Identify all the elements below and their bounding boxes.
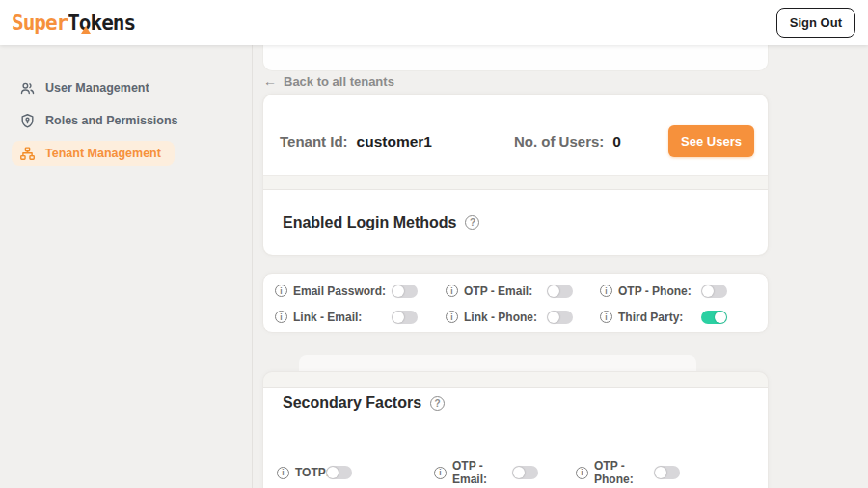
sidebar-item-label: User Management <box>45 81 149 95</box>
enabled-login-methods-title: Enabled Login Methods <box>283 214 456 231</box>
link-phone-toggle[interactable] <box>547 311 573 324</box>
question-circle-icon[interactable] <box>430 396 445 411</box>
tenant-detail-card: Tenant Id: customer1 No. of Users: 0 See… <box>262 94 769 256</box>
toggle-knob <box>655 467 666 478</box>
toggle-label: Third Party: <box>618 311 701 324</box>
toggle-label: Email Password: <box>293 285 392 298</box>
users-icon <box>19 80 36 96</box>
otp-email-toggle[interactable] <box>547 285 573 298</box>
sign-out-button[interactable]: Sign Out <box>776 8 855 38</box>
sidebar-item-label: Tenant Management <box>45 147 161 160</box>
email-password-toggle[interactable] <box>392 285 418 298</box>
third-party-toggle[interactable] <box>701 311 727 324</box>
sidebar-item-tenant-management[interactable]: Tenant Management <box>12 141 175 166</box>
supertokens-dashboard: SuperTokens Sign Out User Management Rol… <box>0 0 868 488</box>
sidebar-item-roles-permissions[interactable]: Roles and Permissions <box>12 108 192 133</box>
back-to-all-tenants-link[interactable]: Back to all tenants <box>263 73 394 89</box>
tenant-id-value: customer1 <box>357 133 432 150</box>
toggle-item-link-phone: Link - Phone: <box>446 311 600 324</box>
toggle-knob <box>715 312 726 323</box>
see-users-button[interactable]: See Users <box>668 125 754 157</box>
toggle-item-link-email: Link - Email: <box>275 311 446 324</box>
secondary-factors-card: Secondary Factors TOTP: OTP - Email: <box>262 371 769 488</box>
toggle-knob <box>513 467 525 478</box>
secondary-factors-header: Secondary Factors <box>263 388 768 412</box>
toggle-item-third-party: Third Party: <box>600 311 768 324</box>
back-link-label: Back to all tenants <box>284 74 394 89</box>
toggle-knob <box>702 285 714 297</box>
toggle-item-otp-phone-secondary: OTP - Phone: <box>576 459 680 486</box>
logo-tokens-text: Tokens <box>68 12 135 35</box>
info-circle-icon[interactable] <box>600 311 612 323</box>
info-circle-icon[interactable] <box>600 285 612 297</box>
shield-key-icon <box>19 113 36 129</box>
toggle-label: OTP - Email: <box>452 459 512 486</box>
main-content: Back to all tenants Tenant Id: customer1… <box>262 45 769 488</box>
info-circle-icon[interactable] <box>446 311 458 323</box>
sidebar: User Management Roles and Permissions Te… <box>0 45 253 488</box>
logo-super-text: Super <box>12 12 68 35</box>
toggle-label: Link - Phone: <box>464 311 547 324</box>
link-email-toggle[interactable] <box>392 311 418 324</box>
info-circle-icon[interactable] <box>434 467 447 479</box>
toggle-knob <box>548 312 559 323</box>
back-arrow-icon <box>263 73 277 89</box>
toggle-item-otp-email-secondary: OTP - Email: <box>434 459 576 486</box>
toggle-label: OTP - Phone: <box>594 459 654 486</box>
question-circle-icon[interactable] <box>465 215 479 230</box>
totp-toggle[interactable] <box>326 466 352 479</box>
toggle-item-email-password: Email Password: <box>275 285 446 298</box>
otp-email-secondary-toggle[interactable] <box>512 466 538 479</box>
sitemap-icon <box>19 146 36 162</box>
toggle-label: OTP - Phone: <box>618 285 701 298</box>
scrolled-card-edge <box>299 355 696 372</box>
toggle-item-totp: TOTP: <box>277 466 434 479</box>
toggle-knob <box>327 467 339 478</box>
secondary-factors-title: Secondary Factors <box>283 394 421 412</box>
info-circle-icon[interactable] <box>576 467 588 479</box>
toggle-knob <box>393 312 404 323</box>
sidebar-item-label: Roles and Permissions <box>45 114 178 127</box>
tenant-info-row: Tenant Id: customer1 No. of Users: 0 See… <box>263 95 768 176</box>
info-circle-icon[interactable] <box>446 285 458 297</box>
toggle-knob <box>393 285 404 297</box>
tenant-id-label: Tenant Id: <box>280 133 348 149</box>
toggle-label: OTP - Email: <box>464 285 547 298</box>
user-count-value: 0 <box>612 133 621 150</box>
toggle-item-otp-email: OTP - Email: <box>446 285 600 298</box>
login-methods-toggle-card: Email Password: OTP - Email: OTP - Phone… <box>262 273 769 333</box>
top-header: SuperTokens Sign Out <box>0 0 868 45</box>
user-count-field: No. of Users: 0 <box>514 133 621 150</box>
tenant-id-field: Tenant Id: customer1 <box>280 133 432 150</box>
supertokens-logo: SuperTokens <box>12 12 135 35</box>
secondary-factors-toggle-row: TOTP: OTP - Email: OTP - Phone: <box>277 459 680 486</box>
toggle-knob <box>548 285 559 297</box>
toggle-label: Link - Email: <box>293 311 392 324</box>
enabled-login-methods-header: Enabled Login Methods <box>263 189 768 255</box>
scrolled-card-edge <box>262 45 769 71</box>
otp-phone-toggle[interactable] <box>701 285 727 298</box>
toggle-label: TOTP: <box>295 466 326 479</box>
info-circle-icon[interactable] <box>275 311 287 323</box>
info-circle-icon[interactable] <box>275 285 287 297</box>
user-count-label: No. of Users: <box>514 133 604 149</box>
otp-phone-secondary-toggle[interactable] <box>654 466 680 479</box>
toggle-item-otp-phone: OTP - Phone: <box>600 285 768 298</box>
sidebar-item-user-management[interactable]: User Management <box>12 75 163 100</box>
info-circle-icon[interactable] <box>277 467 289 479</box>
